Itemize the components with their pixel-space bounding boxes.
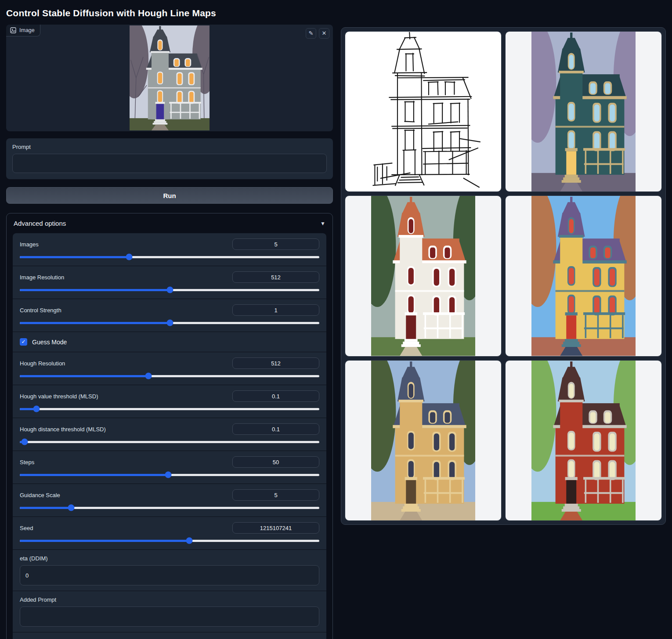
slider-label: Image Resolution: [20, 274, 64, 281]
image-resolution-value-input[interactable]: [232, 271, 319, 283]
seed-value-input[interactable]: [232, 522, 319, 534]
gallery-item-result-4[interactable]: [345, 360, 502, 521]
seed-slider[interactable]: [20, 537, 319, 544]
results-gallery: [341, 27, 666, 525]
results-column: [341, 27, 666, 639]
slider-label: Guidance Scale: [20, 492, 60, 498]
slider-handle[interactable]: [165, 472, 172, 478]
gallery-item-result-1[interactable]: [505, 31, 662, 192]
guess-mode-row: ✓ Guess Mode: [13, 332, 326, 352]
eta-row: eta (DDIM): [13, 549, 326, 591]
eta-input[interactable]: [20, 565, 319, 585]
slider-row-images: Images: [13, 233, 326, 266]
advanced-options-accordion: Advanced options ▼ Images: [6, 213, 333, 639]
slider-label: Hough Resolution: [20, 360, 65, 367]
slider-label: Hough distance threshold (MLSD): [20, 426, 106, 433]
slider-row-guidance-scale: Guidance Scale: [13, 484, 326, 516]
hough-resolution-slider[interactable]: [20, 372, 319, 379]
hough-resolution-value-input[interactable]: [232, 357, 319, 369]
slider-handle[interactable]: [21, 439, 28, 445]
hough-distance-threshold-input[interactable]: [232, 423, 319, 435]
slider-handle[interactable]: [126, 254, 132, 260]
hough-line-map-image: [365, 32, 481, 191]
prompt-block: Prompt: [6, 138, 333, 179]
prompt-label: Prompt: [12, 144, 327, 150]
guess-mode-label: Guess Mode: [32, 339, 67, 346]
slider-label: Control Strength: [20, 307, 61, 314]
input-image-photo[interactable]: [130, 25, 210, 130]
gallery-item-result-2[interactable]: [345, 195, 502, 356]
image-icon: [10, 27, 16, 33]
generated-image: [531, 361, 636, 520]
image-actions: ✎ ✕: [306, 28, 329, 39]
hough-value-threshold-slider[interactable]: [20, 405, 319, 412]
advanced-options-title: Advanced options: [14, 220, 66, 227]
added-prompt-input[interactable]: [20, 607, 319, 627]
run-button[interactable]: Run: [6, 187, 333, 204]
steps-slider[interactable]: [20, 471, 319, 478]
slider-row-hough-resolution: Hough Resolution: [13, 352, 326, 385]
gallery-item-hough-map[interactable]: [345, 31, 502, 192]
edit-image-button[interactable]: ✎: [306, 28, 316, 39]
slider-handle[interactable]: [186, 538, 193, 544]
control-strength-value-input[interactable]: [232, 304, 319, 316]
slider-label: Seed: [20, 525, 33, 531]
slider-handle[interactable]: [167, 287, 173, 293]
advanced-options-header[interactable]: Advanced options ▼: [13, 213, 326, 233]
slider-row-steps: Steps: [13, 451, 326, 484]
gallery-item-result-3[interactable]: [505, 195, 662, 356]
slider-label: Hough value threshold (MLSD): [20, 393, 98, 400]
hough-distance-threshold-slider[interactable]: [20, 438, 319, 445]
generated-image: [371, 196, 476, 356]
clear-image-button[interactable]: ✕: [319, 28, 329, 39]
control-strength-slider[interactable]: [20, 319, 319, 326]
controls-column: Control Stable Diffusion with Hough Line…: [6, 6, 333, 639]
pencil-icon: ✎: [309, 30, 314, 36]
slider-row-control-strength: Control Strength: [13, 299, 326, 332]
chevron-down-icon: ▼: [320, 220, 325, 227]
guidance-scale-value-input[interactable]: [232, 489, 319, 501]
added-prompt-row: Added Prompt: [13, 591, 326, 632]
images-slider[interactable]: [20, 253, 319, 260]
slider-handle[interactable]: [167, 320, 173, 326]
slider-handle[interactable]: [145, 373, 152, 379]
added-prompt-label: Added Prompt: [20, 596, 319, 603]
slider-label: Steps: [20, 459, 34, 466]
gallery-item-result-5[interactable]: [505, 360, 662, 521]
steps-value-input[interactable]: [232, 456, 319, 468]
page-title: Control Stable Diffusion with Hough Line…: [6, 8, 333, 18]
slider-row-hough-distance-threshold: Hough distance threshold (MLSD): [13, 418, 326, 451]
slider-label: Images: [20, 241, 39, 248]
guidance-scale-slider[interactable]: [20, 504, 319, 511]
input-image-panel: Image ✎ ✕: [6, 25, 333, 131]
hough-value-threshold-input[interactable]: [232, 390, 319, 402]
image-resolution-slider[interactable]: [20, 286, 319, 293]
prompt-input[interactable]: [12, 154, 327, 173]
slider-row-hough-value-threshold: Hough value threshold (MLSD): [13, 385, 326, 418]
generated-image: [531, 196, 636, 356]
close-icon: ✕: [322, 30, 327, 36]
eta-label: eta (DDIM): [20, 555, 319, 562]
negative-prompt-row: Negative Prompt: [13, 632, 326, 639]
slider-handle[interactable]: [68, 505, 75, 511]
advanced-options-group: Images Image Resolution: [13, 233, 326, 639]
slider-handle[interactable]: [33, 406, 40, 412]
generated-image: [371, 361, 476, 520]
guess-mode-checkbox[interactable]: ✓: [20, 338, 27, 346]
images-value-input[interactable]: [232, 238, 319, 250]
slider-row-image-resolution: Image Resolution: [13, 266, 326, 299]
image-label: Image: [19, 27, 35, 33]
generated-image: [531, 32, 636, 191]
page: Control Stable Diffusion with Hough Line…: [0, 0, 672, 639]
image-label-chip: Image: [6, 25, 40, 36]
check-icon: ✓: [21, 339, 25, 345]
slider-row-seed: Seed: [13, 516, 326, 549]
